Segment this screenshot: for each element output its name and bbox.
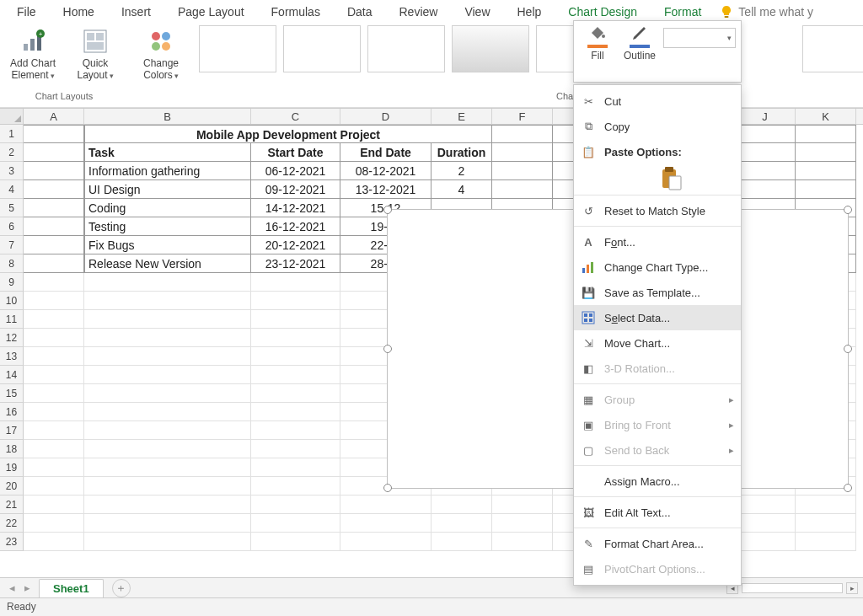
svg-point-13 (162, 42, 170, 51)
resize-handle[interactable] (383, 206, 392, 214)
col-B[interactable]: B (84, 109, 251, 124)
col-F[interactable]: F (492, 109, 553, 124)
sheet-nav-first[interactable]: ◂ (5, 581, 19, 594)
svg-rect-22 (584, 313, 587, 317)
add-sheet-button[interactable]: ＋ (112, 579, 131, 597)
cell[interactable]: Information gathering (84, 162, 251, 180)
ribbon-group-chart-layouts: + Add Chart Element▾ Quick Layout▾ Chart… (0, 24, 128, 107)
row-11[interactable]: 11 (0, 310, 24, 329)
menu-insert[interactable]: Insert (108, 2, 164, 22)
row-1[interactable]: 1 (0, 125, 24, 143)
col-K[interactable]: K (796, 109, 856, 124)
row-14[interactable]: 14 (0, 366, 24, 384)
chart-style-6[interactable] (802, 25, 863, 72)
chart-style-1[interactable] (199, 25, 276, 72)
resize-handle[interactable] (844, 206, 852, 214)
hdr-end[interactable]: End Date (340, 143, 432, 162)
col-J[interactable]: J (735, 109, 796, 124)
menu-help[interactable]: Help (504, 2, 555, 22)
svg-rect-20 (591, 262, 593, 273)
ctx-format-chart-area[interactable]: ✎Format Chart Area... (574, 531, 741, 556)
svg-rect-17 (669, 176, 681, 190)
select-all-corner[interactable] (0, 109, 24, 124)
chart-style-4[interactable] (452, 25, 529, 72)
hdr-start[interactable]: Start Date (251, 143, 340, 162)
ctx-copy[interactable]: ⧉Copy (574, 114, 741, 139)
tell-me-search[interactable]: Tell me what y (720, 5, 813, 19)
menu-format[interactable]: Format (651, 2, 715, 22)
chart-style-2[interactable] (283, 25, 361, 72)
ctx-paste-options: 📋Paste Options: (574, 139, 741, 164)
row-20[interactable]: 20 (0, 477, 24, 495)
row-5[interactable]: 5 (0, 199, 24, 217)
resize-handle[interactable] (383, 345, 392, 353)
change-colors-button[interactable]: Change Colors▾ (133, 25, 189, 83)
add-chart-element-button[interactable]: + Add Chart Element▾ (5, 25, 61, 83)
row-19[interactable]: 19 (0, 458, 24, 477)
row-18[interactable]: 18 (0, 440, 24, 458)
sheet-nav-prev[interactable]: ▸ (20, 581, 34, 594)
row-22[interactable]: 22 (0, 514, 24, 533)
font-icon: A (581, 234, 596, 249)
ctx-cut[interactable]: ✂Cut (574, 88, 741, 114)
row-8[interactable]: 8 (0, 254, 24, 273)
row-12[interactable]: 12 (0, 329, 24, 347)
ctx-move-chart[interactable]: ⇲Move Chart... (574, 330, 741, 356)
ctx-save-template[interactable]: 💾Save as Template... (574, 280, 741, 305)
ctx-select-data[interactable]: Select Data... (574, 305, 741, 330)
cell[interactable] (24, 125, 84, 143)
svg-rect-2 (30, 39, 35, 51)
ctx-edit-alt-text[interactable]: 🖼Edit Alt Text... (574, 500, 741, 525)
quick-layout-button[interactable]: Quick Layout▾ (67, 25, 123, 83)
hdr-task[interactable]: Task (84, 143, 251, 162)
ctx-assign-macro[interactable]: Assign Macro... (574, 469, 741, 494)
col-C[interactable]: C (251, 109, 340, 124)
hscroll-track[interactable] (742, 583, 843, 593)
tell-me-label: Tell me what y (738, 5, 813, 19)
ctx-change-chart-type[interactable]: Change Chart Type... (574, 254, 741, 280)
menu-page-layout[interactable]: Page Layout (164, 2, 258, 22)
resize-handle[interactable] (844, 484, 852, 492)
row-3[interactable]: 3 (0, 162, 24, 180)
col-A[interactable]: A (24, 109, 84, 124)
row-2[interactable]: 2 (0, 143, 24, 162)
row-21[interactable]: 21 (0, 495, 24, 514)
col-E[interactable]: E (432, 109, 492, 124)
row-7[interactable]: 7 (0, 236, 24, 254)
copy-icon: ⧉ (581, 119, 596, 134)
ctx-paste-option-item[interactable] (574, 166, 741, 191)
col-D[interactable]: D (340, 109, 432, 124)
menu-file[interactable]: File (3, 2, 50, 22)
cell-title[interactable]: Mobile App Development Project (84, 125, 492, 143)
row-4[interactable]: 4 (0, 180, 24, 199)
shape-style-dropdown[interactable]: ▾ (663, 28, 736, 48)
chart-style-3[interactable] (367, 25, 445, 72)
menu-chart-design[interactable]: Chart Design (555, 2, 651, 22)
shape-fill-button[interactable]: Fill (579, 24, 616, 78)
ctx-reset-style[interactable]: ↺Reset to Match Style (574, 198, 741, 223)
resize-handle[interactable] (383, 484, 392, 492)
menu-view[interactable]: View (451, 2, 503, 22)
lightbulb-icon (720, 5, 733, 19)
row-15[interactable]: 15 (0, 384, 24, 403)
row-9[interactable]: 9 (0, 273, 24, 292)
menu-review[interactable]: Review (386, 2, 452, 22)
row-6[interactable]: 6 (0, 217, 24, 236)
row-13[interactable]: 13 (0, 347, 24, 366)
menu-data[interactable]: Data (334, 2, 386, 22)
row-17[interactable]: 17 (0, 421, 24, 440)
resize-handle[interactable] (844, 345, 852, 353)
paste-icon (661, 166, 683, 191)
row-23[interactable]: 23 (0, 533, 24, 551)
row-10[interactable]: 10 (0, 292, 24, 310)
menu-formulas[interactable]: Formulas (258, 2, 334, 22)
sheet-tab-sheet1[interactable]: Sheet1 (39, 579, 104, 597)
shape-outline-button[interactable]: Outline (621, 24, 658, 78)
change-colors-label: Change Colors▾ (135, 57, 187, 81)
row-16[interactable]: 16 (0, 403, 24, 421)
ctx-font[interactable]: AFont... (574, 229, 741, 254)
hscroll-right[interactable]: ▸ (846, 582, 858, 594)
hdr-dur[interactable]: Duration (432, 143, 492, 162)
menu-home[interactable]: Home (50, 2, 108, 22)
chevron-right-icon: ▸ (729, 445, 734, 456)
